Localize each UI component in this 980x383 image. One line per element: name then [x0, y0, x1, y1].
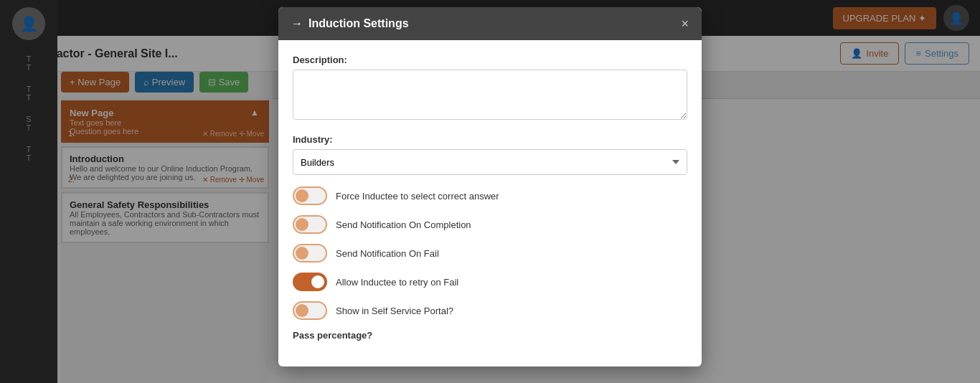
- notify-completion-row: Send Notification On Completion: [293, 215, 687, 234]
- force-correct-toggle[interactable]: [293, 186, 327, 205]
- notify-fail-label: Send Notification On Fail: [336, 248, 439, 259]
- force-correct-row: Force Inductee to select correct answer: [293, 186, 687, 205]
- notify-fail-row: Send Notification On Fail: [293, 244, 687, 263]
- pass-percentage-group: Pass percentage?: [293, 330, 687, 341]
- modal-header: → Induction Settings ×: [278, 7, 702, 40]
- description-textarea[interactable]: [293, 70, 687, 120]
- retry-fail-row: Allow Inductee to retry on Fail: [293, 273, 687, 291]
- force-correct-label: Force Inductee to select correct answer: [336, 191, 499, 202]
- self-service-toggle[interactable]: [293, 301, 327, 320]
- retry-fail-slider[interactable]: [293, 273, 327, 291]
- notify-completion-label: Send Notification On Completion: [336, 219, 471, 230]
- notify-completion-toggle[interactable]: [293, 215, 327, 234]
- retry-fail-toggle[interactable]: [293, 273, 327, 291]
- self-service-label: Show in Self Service Portal?: [336, 306, 453, 316]
- notify-completion-slider[interactable]: [293, 215, 327, 234]
- modal-body: Description: Industry: Builders Construc…: [278, 40, 702, 367]
- description-group: Description:: [293, 55, 687, 123]
- modal-title: → Induction Settings: [291, 17, 409, 30]
- modal-title-text: Induction Settings: [308, 17, 409, 30]
- pass-percentage-label: Pass percentage?: [293, 330, 687, 341]
- industry-label: Industry:: [293, 134, 687, 145]
- notify-fail-toggle[interactable]: [293, 244, 327, 263]
- force-correct-slider[interactable]: [293, 186, 327, 205]
- retry-fail-label: Allow Inductee to retry on Fail: [336, 277, 458, 288]
- self-service-row: Show in Self Service Portal?: [293, 301, 687, 320]
- industry-group: Industry: Builders Construction Mining H…: [293, 134, 687, 175]
- modal-close-button[interactable]: ×: [681, 17, 689, 30]
- modal-icon: →: [291, 17, 303, 30]
- induction-settings-modal: → Induction Settings × Description: Indu…: [278, 7, 702, 367]
- industry-select[interactable]: Builders Construction Mining Healthcare: [293, 149, 687, 175]
- description-label: Description:: [293, 55, 687, 65]
- notify-fail-slider[interactable]: [293, 244, 327, 263]
- self-service-slider[interactable]: [293, 301, 327, 320]
